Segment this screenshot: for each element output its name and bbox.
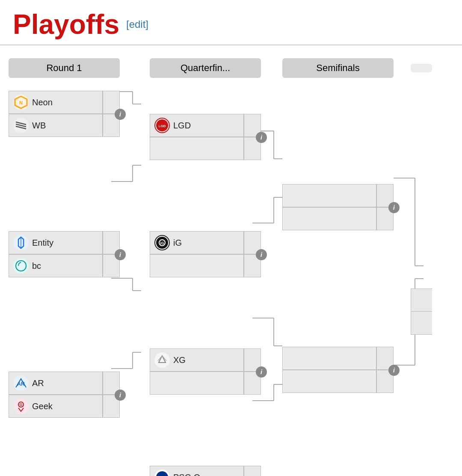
bracket-main: N Neon xyxy=(9,91,453,476)
r1m2-team1-slot: Entity xyxy=(9,231,103,254)
r1m2-team2-row: bc xyxy=(9,254,120,277)
qf-match-3: XG i xyxy=(150,348,261,395)
sfm1-team2-row xyxy=(282,207,394,230)
r1m3-team2-name: Geek xyxy=(32,402,53,411)
qfm2-info-badge[interactable]: i xyxy=(256,249,267,260)
qf-match-2: iG iG i xyxy=(150,231,261,277)
header-sf: Semifinals xyxy=(282,58,394,78)
r1m2-info-badge[interactable]: i xyxy=(115,249,126,260)
qfm3-info-badge[interactable]: i xyxy=(256,366,267,378)
page-header: Playoffs [edit] xyxy=(0,0,462,45)
sfm2-team1-slot xyxy=(282,347,376,370)
qf-match-4: PSG Q PSG Q i xyxy=(150,466,261,476)
qfm4-winner-score xyxy=(244,466,261,476)
finals-slot-1 xyxy=(411,289,432,312)
bracket-area: Round 1 Quarterfin... Semifinals xyxy=(0,45,462,476)
svg-point-49 xyxy=(156,471,168,476)
r1m3-team1-row: AR AR xyxy=(9,372,120,395)
r1m2-team1-logo xyxy=(13,235,29,250)
svg-text:G: G xyxy=(19,402,22,407)
r1m3-info-badge[interactable]: i xyxy=(115,390,126,401)
finals-slots xyxy=(411,289,432,335)
svg-text:LGD: LGD xyxy=(159,124,166,128)
qfm1-winner-slot: LGD LGD xyxy=(150,114,244,137)
r1m2-team2-slot: bc xyxy=(9,254,103,277)
header-r1: Round 1 xyxy=(9,58,120,78)
r1m1-team1-slot: N Neon xyxy=(9,91,103,114)
qfm2-winner-logo: iG xyxy=(154,235,170,250)
sfm2-info-badge[interactable]: i xyxy=(388,365,400,376)
qfm3-winner-row: XG xyxy=(150,348,261,372)
qfm4-winner-logo: PSG Q xyxy=(154,470,170,476)
r1m3-team1-slot: AR AR xyxy=(9,372,103,395)
col-sf: i i xyxy=(282,91,394,476)
qfm1-info-badge[interactable]: i xyxy=(256,132,267,143)
qfm4-winner-name: PSG Q xyxy=(173,473,200,476)
col-finals xyxy=(411,91,436,476)
page-title: Playoffs xyxy=(13,9,119,40)
qfm1-loser-slot xyxy=(150,137,244,160)
qfm1-loser-row xyxy=(150,137,261,160)
r1m2-team1-row: Entity xyxy=(9,231,120,254)
qfm1-winner-name: LGD xyxy=(173,121,191,131)
header-f xyxy=(411,64,432,72)
r1m1-team2-row: WB xyxy=(9,114,120,137)
qfm3-loser-row xyxy=(150,372,261,395)
sfm1-team2-slot xyxy=(282,207,376,230)
sf-match-1: i xyxy=(282,184,394,230)
r1m3-team1-name: AR xyxy=(32,378,44,388)
sfm1-info-badge[interactable]: i xyxy=(388,202,400,213)
r1m1-team2-logo xyxy=(13,118,29,133)
sfm1-team1-row xyxy=(282,184,394,207)
r1-match-1: N Neon xyxy=(9,91,120,137)
qfm4-winner-row: PSG Q PSG Q xyxy=(150,466,261,476)
qfm2-loser-row xyxy=(150,254,261,277)
svg-text:N: N xyxy=(19,100,23,105)
r1m3-team2-row: G Geek xyxy=(9,395,120,418)
qfm3-loser-slot xyxy=(150,372,244,395)
qfm1-winner-logo: LGD xyxy=(154,118,170,133)
qfm2-winner-name: iG xyxy=(173,238,182,248)
r1m1-team1-logo: N xyxy=(13,95,29,110)
finals-slot-2 xyxy=(411,312,432,335)
col-r1: N Neon xyxy=(9,91,120,476)
r1m3-team2-logo: G xyxy=(13,399,29,414)
qfm3-winner-slot: XG xyxy=(150,348,244,372)
r1m3-team1-logo: AR xyxy=(13,375,29,391)
r1m1-team1-name: Neon xyxy=(32,98,53,107)
qfm1-winner-row: LGD LGD xyxy=(150,114,261,137)
sfm1-team1-slot xyxy=(282,184,376,207)
r1-match-2: Entity bc xyxy=(9,231,120,277)
svg-text:iG: iG xyxy=(160,241,164,245)
r1m3-team2-slot: G Geek xyxy=(9,395,103,418)
sf-match-2: i xyxy=(282,347,394,393)
qfm2-loser-slot xyxy=(150,254,244,277)
qfm3-winner-logo xyxy=(154,352,170,368)
qfm2-winner-slot: iG iG xyxy=(150,231,244,254)
r1m2-team2-logo xyxy=(13,258,29,274)
r1m2-team1-name: Entity xyxy=(32,238,53,248)
qfm2-winner-row: iG iG xyxy=(150,231,261,254)
r1-match-3: AR AR G xyxy=(9,372,120,418)
sfm2-team2-row xyxy=(282,370,394,393)
qfm3-winner-name: XG xyxy=(173,355,186,365)
r1m1-info-badge[interactable]: i xyxy=(115,109,126,120)
r1m1-team2-slot: WB xyxy=(9,114,103,137)
header-qf: Quarterfin... xyxy=(150,58,261,78)
r1m1-team2-name: WB xyxy=(32,121,46,131)
qfm4-winner-slot: PSG Q PSG Q xyxy=(150,466,244,476)
column-headers: Round 1 Quarterfin... Semifinals xyxy=(9,58,453,78)
r1m2-team2-name: bc xyxy=(32,261,41,271)
col-qf: LGD LGD i xyxy=(150,91,261,476)
edit-link[interactable]: [edit] xyxy=(126,18,148,30)
qf-match-1: LGD LGD i xyxy=(150,114,261,160)
r1m1-team1-row: N Neon xyxy=(9,91,120,114)
sfm2-team2-slot xyxy=(282,370,376,393)
sfm2-team1-row xyxy=(282,347,394,370)
